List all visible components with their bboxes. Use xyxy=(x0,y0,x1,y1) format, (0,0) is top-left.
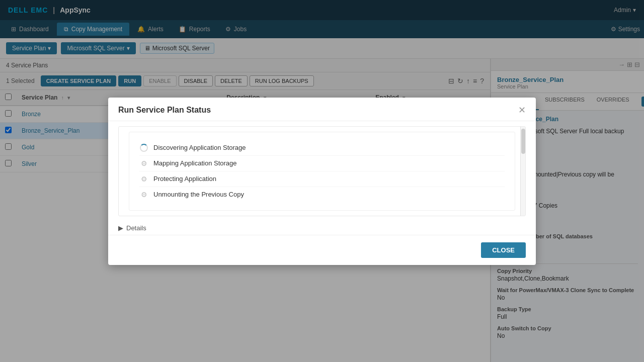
details-toggle[interactable]: ▶ Details xyxy=(108,221,536,235)
modal-header: Run Service Plan Status ✕ xyxy=(108,98,536,121)
gear-icon-3: ⚙ xyxy=(139,174,148,184)
status-label-2: Mapping Application Storage xyxy=(153,159,237,167)
scroll-thumb xyxy=(521,129,525,154)
modal-footer: CLOSE xyxy=(108,235,536,265)
status-label-1: Discovering Application Storage xyxy=(153,144,246,151)
status-item-3: ⚙ Protecting Application xyxy=(139,171,505,187)
status-list-container: Discovering Application Storage ⚙ Mappin… xyxy=(118,126,526,216)
modal-close-button[interactable]: ✕ xyxy=(518,106,526,115)
status-item-2: ⚙ Mapping Application Storage xyxy=(139,156,505,171)
modal-close-btn[interactable]: CLOSE xyxy=(481,242,526,258)
details-label: Details xyxy=(126,224,146,232)
gear-icon-4: ⚙ xyxy=(139,190,148,199)
status-list: Discovering Application Storage ⚙ Mappin… xyxy=(129,132,515,211)
run-service-plan-modal: Run Service Plan Status ✕ Discovering Ap… xyxy=(108,98,536,265)
chevron-right-icon: ▶ xyxy=(118,224,123,232)
status-item-4: ⚙ Unmounting the Previous Copy xyxy=(139,187,505,202)
scrollbar[interactable] xyxy=(520,127,525,216)
status-item-1: Discovering Application Storage xyxy=(139,140,505,156)
modal-title: Run Service Plan Status xyxy=(118,106,211,115)
status-label-4: Unmounting the Previous Copy xyxy=(153,191,244,198)
spinner-icon-1 xyxy=(139,143,148,152)
modal-body: Discovering Application Storage ⚙ Mappin… xyxy=(108,126,536,235)
modal-overlay: Run Service Plan Status ✕ Discovering Ap… xyxy=(0,0,644,362)
gear-icon-2: ⚙ xyxy=(139,159,148,168)
status-label-3: Protecting Application xyxy=(153,175,216,183)
